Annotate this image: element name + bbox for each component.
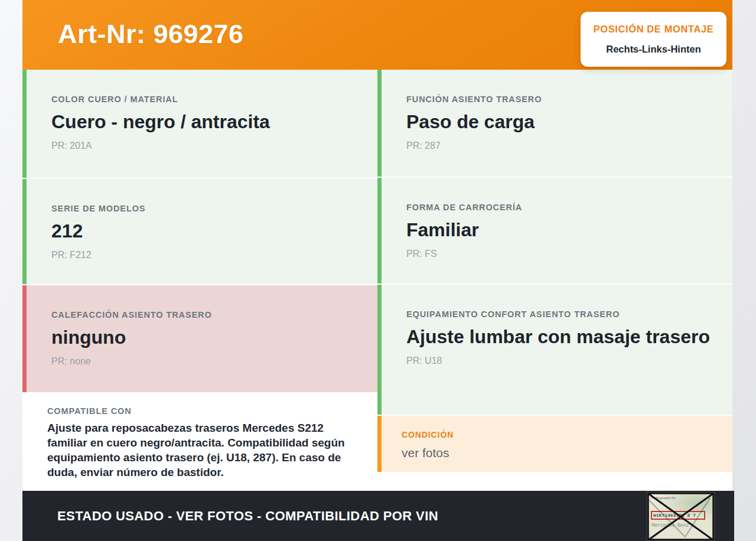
card-label: CONDICIÓN (402, 430, 712, 439)
header-banner: Art-Nr: 969276 POSICIÓN DE MONTAJE Recht… (22, 0, 732, 70)
card-value: 212 (51, 219, 357, 244)
listing-panel: Art-Nr: 969276 POSICIÓN DE MONTAJE Recht… (22, 0, 732, 541)
card-value: Familiar (406, 217, 712, 243)
pr-code: PR: none (51, 356, 357, 367)
article-number-title: Art-Nr: 969276 (58, 19, 244, 50)
card-compatibility: COMPATIBLE CON Ajuste para reposacabezas… (22, 393, 377, 491)
mounting-position-badge: POSICIÓN DE MONTAJE Rechts-Links-Hinten (581, 12, 726, 67)
card-comfort-equipment: EQUIPAMIENTO CONFORT ASIENTO TRASERO Aju… (377, 285, 732, 415)
card-condition: CONDICIÓN ver fotos (377, 416, 732, 472)
column-filler (377, 473, 732, 491)
card-label: CALEFACCIÓN ASIENTO TRASERO (51, 310, 357, 320)
card-label: FORMA DE CARROCERÍA (406, 203, 712, 212)
card-value: ninguno (51, 325, 357, 350)
left-column: COLOR CUERO / MATERIAL Cuero - negro / a… (22, 70, 377, 491)
card-rear-seat-heating: CALEFACCIÓN ASIENTO TRASERO ninguno PR: … (22, 285, 377, 392)
card-label: EQUIPAMIENTO CONFORT ASIENTO TRASERO (406, 309, 712, 319)
card-value: Cuero - negro / antracita (51, 109, 357, 135)
card-label: COLOR CUERO / MATERIAL (51, 94, 357, 104)
pr-code: PR: F212 (51, 250, 357, 260)
right-column: FUNCIÓN ASIENTO TRASERO Paso de carga PR… (377, 70, 732, 491)
footer-status-text: ESTADO USADO - VER FOTOS - COMPATIBILIDA… (57, 509, 438, 524)
spec-card-grid: COLOR CUERO / MATERIAL Cuero - negro / a… (22, 70, 732, 491)
pr-code: PR: 287 (406, 141, 712, 151)
pr-code: PR: U18 (406, 356, 712, 366)
card-label: SERIE DE MODELOS (51, 204, 357, 213)
card-body-style: FORMA DE CARROCERÍA Familiar PR: FS (377, 178, 732, 283)
footer-bar: ESTADO USADO - VER FOTOS - COMPATIBILIDA… (22, 491, 734, 541)
card-label: FUNCIÓN ASIENTO TRASERO (406, 94, 712, 104)
pr-code: PR: FS (406, 249, 712, 259)
mounting-position-value: Rechts-Links-Hinten (606, 44, 700, 55)
card-model-series: SERIE DE MODELOS 212 PR: F212 (22, 179, 377, 284)
card-rear-seat-function: FUNCIÓN ASIENTO TRASERO Paso de carga PR… (377, 70, 732, 177)
compatibility-text: Ajuste para reposacabezas traseros Merce… (47, 421, 366, 480)
card-label: COMPATIBLE CON (47, 406, 366, 416)
card-value: ver fotos (402, 445, 709, 461)
card-value: Paso de carga (406, 109, 712, 135)
card-leather-color: COLOR CUERO / MATERIAL Cuero - negro / a… (22, 70, 377, 178)
pr-code: PR: 201A (51, 141, 357, 151)
mounting-position-label: POSICIÓN DE MONTAJE (594, 24, 714, 35)
envelope-outline-icon (647, 492, 715, 541)
card-value: Ajuste lumbar con masaje trasero (406, 324, 712, 350)
vin-document-image: Fahrgestell-Nr. W1K71463J31 8 7 Mercedes… (647, 492, 715, 541)
